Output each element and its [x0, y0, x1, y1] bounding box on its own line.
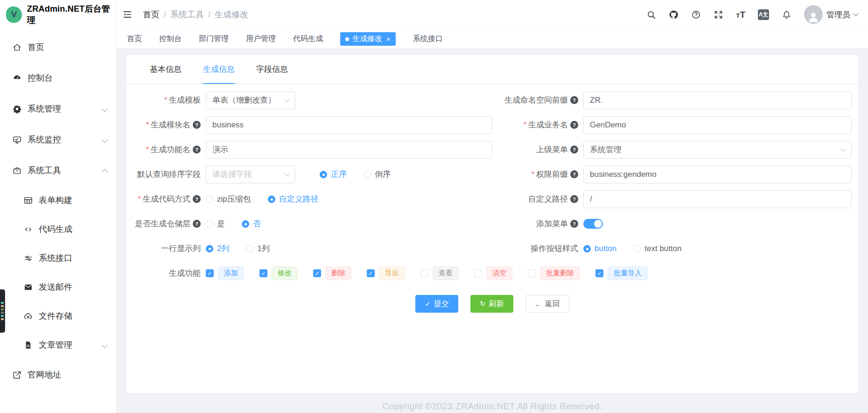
sidebar: V ZRAdmin.NET后台管理 首页控制台系统管理系统监控系统工具表单构建代…	[0, 0, 117, 413]
sidebar-item-label: 表单构建	[39, 195, 72, 206]
tab-gen-info[interactable]: 生成信息	[203, 55, 235, 84]
tab-code-generation[interactable]: 代码生成	[293, 34, 323, 44]
search-icon[interactable]	[646, 10, 656, 20]
help-icon[interactable]: ?	[570, 195, 578, 203]
tab-gen-edit[interactable]: 生成修改×	[340, 32, 396, 46]
help-icon[interactable]: ?	[570, 170, 578, 178]
radio-gen-code-method-1[interactable]: 自定义路径	[268, 194, 319, 204]
checkbox-gen-functions-6[interactable]: 批量删除	[528, 266, 580, 280]
select-gen-template[interactable]: 单表（增删改查）	[206, 91, 295, 109]
help-icon[interactable]: ?	[193, 146, 201, 154]
font-size-icon[interactable]: TT	[736, 10, 745, 19]
sidebar-item-console[interactable]: 控制台	[0, 63, 116, 93]
radio-columns-per-row-1[interactable]: 1列	[246, 243, 269, 254]
sidebar-item-form-builder[interactable]: 表单构建	[0, 186, 116, 215]
help-icon[interactable]: ?	[193, 195, 201, 203]
radio-group: 正序倒序	[303, 169, 391, 180]
bell-icon[interactable]	[782, 10, 791, 20]
radio-gen-code-method-0[interactable]: zip压缩包	[206, 194, 251, 204]
checkbox-gen-functions-4[interactable]: 查看	[420, 266, 459, 280]
radio-default-sort-field-1[interactable]: 倒序	[364, 169, 391, 180]
radio-columns-per-row-0[interactable]: 2列	[206, 243, 229, 254]
sidebar-item-send-mail[interactable]: 发送邮件	[0, 273, 116, 301]
input-custom-path[interactable]: /	[583, 190, 852, 208]
checkbox-gen-functions-7[interactable]: ✓批量导入	[595, 266, 648, 280]
input-value: 演示	[212, 144, 486, 155]
field-control: business:gendemo	[583, 166, 852, 183]
sidebar-item-system-monitor[interactable]: 系统监控	[0, 124, 116, 155]
help-icon[interactable]	[691, 10, 701, 20]
tab-home[interactable]: 首页	[127, 34, 142, 44]
form-row-parent-menu: 上级菜单?系统管理	[492, 137, 858, 162]
radio-default-sort-field-0[interactable]: 正序	[320, 169, 347, 180]
copyright-footer: Copyright ©2023 ZRAdmin.NET All Rights R…	[126, 401, 859, 412]
tab-field-info[interactable]: 字段信息	[256, 55, 288, 84]
close-icon[interactable]: ×	[386, 35, 391, 43]
tab-basic-info[interactable]: 基本信息	[150, 55, 182, 84]
input-permission-prefix[interactable]: business:gendemo	[583, 166, 852, 183]
form-row-gen-code-method: *生成代码方式?zip压缩包自定义路径	[126, 187, 492, 211]
submit-button[interactable]: ✓ 提交	[415, 295, 458, 313]
sidebar-item-system-management[interactable]: 系统管理	[0, 93, 116, 124]
chevron-down-icon	[284, 97, 289, 102]
sidebar-item-article-management[interactable]: 文章管理	[0, 330, 116, 359]
chevron-down-icon	[284, 171, 289, 176]
sidebar-item-label: 系统接口	[39, 252, 72, 264]
docked-widget[interactable]	[0, 289, 5, 333]
fullscreen-icon[interactable]	[714, 10, 723, 20]
github-icon[interactable]	[669, 10, 679, 20]
sidebar-item-system-api[interactable]: 系统接口	[0, 244, 116, 273]
radio-button-style-1[interactable]: text button	[633, 244, 681, 253]
sidebar-item-file-storage[interactable]: 文件存储	[0, 301, 116, 330]
help-icon[interactable]: ?	[570, 121, 578, 129]
language-icon[interactable]: A文	[758, 9, 769, 20]
input-value: GenDemo	[590, 120, 845, 130]
sidebar-item-home[interactable]: 首页	[0, 32, 116, 63]
tab-system-api[interactable]: 系统接口	[413, 34, 443, 44]
input-gen-business-name[interactable]: GenDemo	[583, 116, 852, 134]
radio-gen-repository-layer-1[interactable]: 否	[242, 218, 261, 229]
checkbox-gen-functions-1[interactable]: ✓修改	[259, 266, 298, 280]
tab-console[interactable]: 控制台	[159, 34, 182, 44]
input-gen-function-name[interactable]: 演示	[206, 141, 492, 159]
input-value: business:gendemo	[590, 170, 845, 179]
user-menu[interactable]: 管理员	[804, 5, 858, 24]
field-label: 添加菜单?	[492, 218, 583, 229]
chevron-down-icon	[102, 342, 108, 348]
input-gen-module-name[interactable]: business	[206, 116, 492, 134]
help-icon[interactable]: ?	[570, 96, 578, 104]
radio-gen-repository-layer-0[interactable]: 是	[206, 218, 225, 229]
select-parent-menu[interactable]: 系统管理	[583, 141, 852, 159]
form-actions: ✓ 提交 ↻ 刷新 ← 返回	[126, 295, 858, 313]
checkbox-gen-functions-3[interactable]: ✓导出	[367, 266, 405, 280]
input-value: /	[590, 195, 845, 204]
radio-label: 否	[253, 218, 261, 229]
app-logo[interactable]: V ZRAdmin.NET后台管理	[0, 0, 116, 29]
back-button[interactable]: ← 返回	[525, 295, 569, 313]
field-control: /	[583, 190, 852, 208]
checkbox-gen-functions-2[interactable]: ✓删除	[313, 266, 351, 280]
sidebar-item-official-site[interactable]: 官网地址	[0, 359, 116, 390]
radio-dot-icon	[583, 245, 591, 252]
help-icon[interactable]: ?	[570, 220, 578, 228]
avatar[interactable]	[804, 5, 823, 24]
sidebar-item-system-tools[interactable]: 系统工具	[0, 155, 116, 186]
help-icon[interactable]: ?	[193, 220, 201, 228]
select-default-sort-field[interactable]: 请选择字段	[206, 166, 295, 183]
chevron-down-icon	[840, 146, 846, 151]
sidebar-item-code-generation[interactable]: 代码生成	[0, 215, 116, 244]
switch-add-menu[interactable]	[583, 219, 603, 229]
tab-user-management[interactable]: 用户管理	[246, 34, 276, 44]
help-icon[interactable]: ?	[193, 121, 201, 129]
help-icon[interactable]: ?	[570, 146, 578, 154]
tab-dept-management[interactable]: 部门管理	[199, 34, 229, 44]
breadcrumb-home[interactable]: 首页	[143, 9, 160, 20]
radio-button-style-0[interactable]: button	[583, 244, 616, 253]
toolbox-icon	[11, 165, 22, 176]
sidebar-collapse-icon[interactable]	[119, 7, 135, 22]
refresh-button[interactable]: ↻ 刷新	[470, 295, 513, 313]
input-namespace-prefix[interactable]: ZR.	[583, 91, 852, 109]
checkbox-gen-functions-0[interactable]: ✓添加	[206, 266, 244, 280]
radio-dot-icon	[246, 245, 253, 252]
checkbox-gen-functions-5[interactable]: 清空	[474, 266, 512, 280]
